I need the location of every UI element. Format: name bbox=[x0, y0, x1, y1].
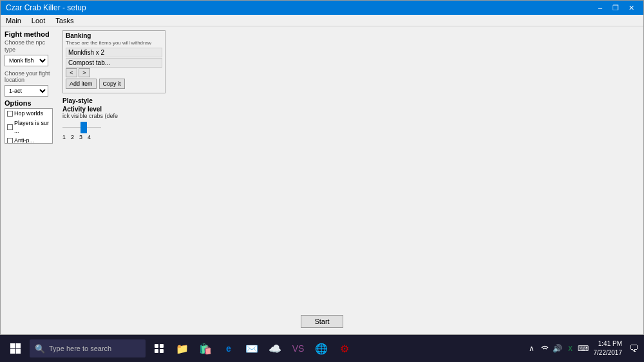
slider-label-1: 1 bbox=[62, 134, 66, 140]
menu-bar: Main Loot Tasks bbox=[1, 15, 643, 26]
windows-logo bbox=[10, 343, 21, 354]
anti-p-label: Anti-p... bbox=[14, 137, 34, 144]
slider-label-3: 3 bbox=[79, 134, 82, 140]
excel-tray-icon[interactable]: X bbox=[565, 343, 576, 354]
menu-main[interactable]: Main bbox=[3, 17, 24, 24]
taskbar-right: ∧ 🔊 X ⌨ 1:41 PM 7/22/2017 🗨 bbox=[527, 339, 641, 357]
svg-rect-0 bbox=[155, 344, 158, 348]
notification-center-icon[interactable]: 🗨 bbox=[627, 342, 640, 355]
title-bar-title: Czar Crab Killer - setup bbox=[6, 3, 86, 12]
clock-time: 1:41 PM bbox=[594, 339, 623, 348]
nav-next-button[interactable]: > bbox=[79, 68, 90, 77]
start-menu-button[interactable] bbox=[4, 337, 27, 360]
hop-worlds-label: Hop worlds bbox=[14, 110, 43, 118]
hop-worlds-checkbox[interactable] bbox=[7, 111, 13, 117]
minimize-button[interactable]: – bbox=[593, 1, 607, 15]
task-view-icon[interactable] bbox=[148, 337, 170, 360]
slider-wrapper bbox=[62, 122, 101, 133]
anti-p-checkbox[interactable] bbox=[7, 138, 13, 144]
start-button[interactable]: Start bbox=[301, 315, 343, 328]
list-item: Hop worlds bbox=[5, 109, 52, 119]
search-placeholder: Type here to search bbox=[49, 345, 111, 352]
taskbar-clock[interactable]: 1:41 PM 7/22/2017 bbox=[594, 339, 623, 357]
taskbar-left: 🔍 Type here to search 📁 🛍️ e ✉️ ☁️ VS 🌐 … bbox=[4, 337, 355, 360]
nav-prev-button[interactable]: < bbox=[66, 68, 77, 77]
banking-item-2-label: Compost tab... bbox=[68, 59, 110, 66]
fight-method-label: Fight method bbox=[5, 30, 56, 38]
banking-nav: < > bbox=[66, 68, 162, 77]
banking-item-1-label: Monkfish x 2 bbox=[68, 49, 104, 56]
svg-rect-1 bbox=[160, 344, 164, 348]
volume-icon[interactable]: 🔊 bbox=[553, 343, 563, 354]
file-explorer-icon[interactable]: 📁 bbox=[171, 337, 193, 360]
menu-loot[interactable]: Loot bbox=[29, 17, 48, 24]
choose-npc-label: Choose the npc type bbox=[5, 39, 56, 53]
banking-item-2: Compost tab... bbox=[66, 58, 162, 68]
choose-location-label: Choose your fight location bbox=[5, 70, 56, 84]
right-panel: Banking These are the items you will wit… bbox=[62, 30, 639, 177]
options-section: Options Hop worlds Players is sur ... An… bbox=[5, 99, 56, 144]
wifi-icon[interactable] bbox=[540, 343, 550, 354]
title-bar-controls: – ❐ ✕ bbox=[593, 1, 638, 15]
edge-icon[interactable]: e bbox=[218, 337, 240, 360]
banking-label: Banking bbox=[66, 32, 162, 39]
npc-type-dropdown[interactable]: Monk fish bbox=[5, 55, 48, 66]
options-list: Hop worlds Players is sur ... Anti-p... … bbox=[5, 108, 53, 144]
left-panel: Fight method Choose the npc type Monk fi… bbox=[5, 30, 56, 177]
visual-studio-icon[interactable]: VS bbox=[287, 337, 309, 360]
copy-item-button[interactable]: Copy it bbox=[99, 79, 125, 89]
title-bar: Czar Crab Killer - setup – ❐ ✕ bbox=[1, 1, 643, 15]
search-icon: 🔍 bbox=[35, 344, 45, 354]
mail-icon[interactable]: ✉️ bbox=[241, 337, 263, 360]
tray-chevron-icon[interactable]: ∧ bbox=[527, 343, 537, 354]
onedrive-icon[interactable]: ☁️ bbox=[264, 337, 286, 360]
system-tray: ∧ 🔊 X ⌨ bbox=[527, 343, 589, 354]
players-checkbox[interactable] bbox=[7, 124, 13, 130]
slider-container: 1 2 3 4 bbox=[62, 122, 639, 140]
activity-desc: ick visible crabs (defe bbox=[62, 113, 639, 119]
banking-sub: These are the items you will withdraw bbox=[66, 40, 162, 46]
slider-label-2: 2 bbox=[71, 134, 74, 140]
taskbar-app-icons: 📁 🛍️ e ✉️ ☁️ VS 🌐 ⚙ bbox=[148, 337, 355, 360]
slider-label-4: 4 bbox=[88, 134, 91, 140]
main-content: Fight method Choose the npc type Monk fi… bbox=[1, 26, 643, 181]
banking-actions: Add item Copy it bbox=[66, 79, 162, 89]
svg-rect-3 bbox=[160, 349, 164, 353]
window-title: Czar Crab Killer - setup bbox=[6, 3, 86, 12]
keyboard-icon[interactable]: ⌨ bbox=[578, 343, 589, 354]
store-icon[interactable]: 🛍️ bbox=[194, 337, 216, 360]
chrome-icon[interactable]: 🌐 bbox=[310, 337, 332, 360]
maximize-button[interactable]: ❐ bbox=[609, 1, 623, 15]
activity-slider-thumb[interactable] bbox=[80, 122, 87, 133]
tampermonkey-icon[interactable]: ⚙ bbox=[334, 337, 355, 360]
options-label: Options bbox=[5, 99, 56, 107]
add-item-button[interactable]: Add item bbox=[66, 79, 97, 89]
activity-level-label: Activity level bbox=[62, 106, 639, 113]
playstyle-section: Play-style Activity level ick visible cr… bbox=[62, 97, 639, 140]
list-item: Anti-p... bbox=[5, 136, 52, 144]
main-window: Czar Crab Killer - setup – ❐ ✕ Main Loot… bbox=[0, 0, 644, 335]
close-button[interactable]: ✕ bbox=[624, 1, 638, 15]
players-label: Players is sur ... bbox=[14, 119, 50, 135]
playstyle-label: Play-style bbox=[62, 97, 639, 104]
svg-rect-2 bbox=[155, 349, 158, 353]
clock-date: 7/22/2017 bbox=[594, 348, 623, 357]
menu-tasks[interactable]: Tasks bbox=[53, 17, 76, 24]
fight-location-dropdown[interactable]: 1-act bbox=[5, 85, 48, 97]
taskbar: 🔍 Type here to search 📁 🛍️ e ✉️ ☁️ VS 🌐 … bbox=[0, 335, 644, 362]
list-item: Players is sur ... bbox=[5, 119, 52, 136]
slider-labels: 1 2 3 4 bbox=[62, 134, 91, 140]
banking-item-1: Monkfish x 2 bbox=[66, 48, 162, 57]
taskbar-search-bar[interactable]: 🔍 Type here to search bbox=[30, 339, 146, 357]
banking-section: Banking These are the items you will wit… bbox=[62, 30, 166, 93]
